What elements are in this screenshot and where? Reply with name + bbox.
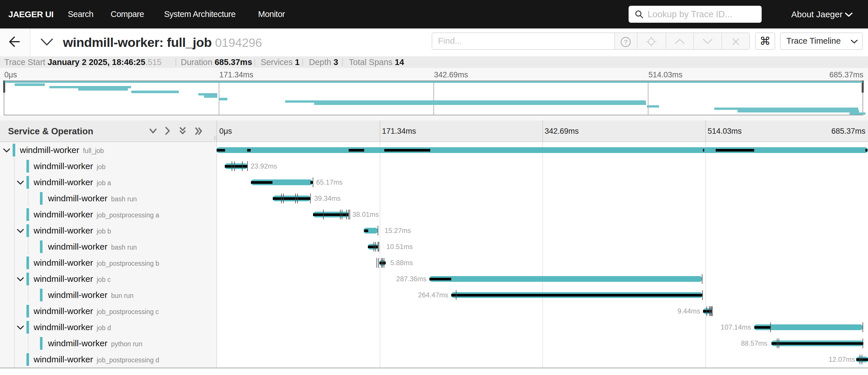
svg-text:?: ? (624, 38, 627, 46)
